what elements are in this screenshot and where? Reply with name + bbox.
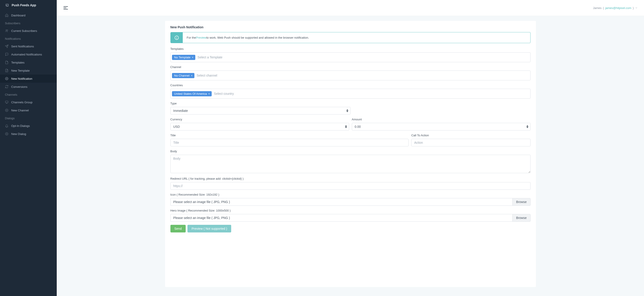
redirect-input[interactable] <box>170 182 530 190</box>
channel-select[interactable]: No Channel × Select channel <box>170 71 530 80</box>
nav-dashboard[interactable]: Dashboard <box>0 11 57 19</box>
nav-opt-in-dialogs[interactable]: Opt-In Dialogs <box>0 122 57 130</box>
nav-label: Channels Group <box>11 101 32 104</box>
nav-label: New Template <box>11 69 30 72</box>
user-email-link[interactable]: james@hitpixel.com <box>605 6 632 10</box>
hero-file-text: Please select an image file ( JPG, PNG ) <box>170 214 512 222</box>
tag-no-channel: No Channel × <box>172 73 194 78</box>
svg-rect-7 <box>6 101 8 103</box>
plus-circle-icon <box>5 108 8 112</box>
label-templates: Templates <box>170 47 530 51</box>
user-menu[interactable]: James ( james@hitpixel.com ) <box>593 6 638 10</box>
label-icon: Icon ( Recommended Size: 192x192 ) <box>170 193 530 196</box>
brand[interactable]: Push Feeds App <box>0 3 57 11</box>
type-select[interactable]: Immediate <box>170 107 350 114</box>
content: New Push Notification For the Preview to… <box>57 16 644 296</box>
user-name: James <box>593 6 602 10</box>
info-icon <box>171 32 183 43</box>
nav-new-template[interactable]: New Template <box>0 66 57 75</box>
icon-browse-button[interactable]: Browse <box>512 198 530 206</box>
menu-toggle-button[interactable] <box>63 5 68 11</box>
nav-automated-notifications[interactable]: Automated Notifications <box>0 50 57 58</box>
label-countries: Countries <box>170 84 530 87</box>
nav-label: Dashboard <box>11 14 26 17</box>
nav-heading-notifications: Notifications <box>0 35 57 42</box>
nav-label: New Dialog <box>11 132 26 136</box>
nav-current-subscribers[interactable]: Current Subscribers <box>0 27 57 35</box>
nav-sent-notifications[interactable]: Sent Notifications <box>0 42 57 50</box>
tag-country-usa: United States Of America × <box>172 91 212 96</box>
svg-point-1 <box>7 30 8 31</box>
topbar: James ( james@hitpixel.com ) <box>57 0 644 16</box>
remove-tag-button[interactable]: × <box>191 74 192 77</box>
channel-placeholder: Select channel <box>196 74 217 77</box>
nav-label: Automated Notifications <box>11 53 42 56</box>
bell-icon <box>5 124 8 127</box>
send-button[interactable]: Send <box>170 225 186 232</box>
nav-channels-group[interactable]: Channels Group <box>0 98 57 106</box>
chevron-down-icon <box>635 7 638 9</box>
nav-label: Opt-In Dialogs <box>11 124 30 127</box>
label-hero: Hero Image ( Recommended Size: 1000x500 … <box>170 209 530 212</box>
cast-icon <box>5 3 9 7</box>
body-textarea[interactable] <box>170 155 530 173</box>
file-plus-icon <box>5 69 8 72</box>
info-alert: For the Preview to work, Web Push should… <box>170 32 530 43</box>
label-title: Title <box>170 134 409 137</box>
nav-new-notification[interactable]: New Notification <box>0 75 57 83</box>
remove-tag-button[interactable]: × <box>192 56 194 59</box>
currency-select[interactable]: USD <box>170 123 349 130</box>
nav-label: Templates <box>11 61 24 64</box>
label-amount: Amount <box>352 118 530 121</box>
nav-label: Sent Notifications <box>11 45 34 48</box>
nav-conversions[interactable]: Conversions <box>0 83 57 91</box>
nav-heading-channels: Channels <box>0 91 57 98</box>
plus-circle-icon <box>5 77 8 80</box>
remove-tag-button[interactable]: × <box>208 92 210 95</box>
page-title: New Push Notification <box>170 24 530 32</box>
hero-browse-button[interactable]: Browse <box>512 214 530 222</box>
main: James ( james@hitpixel.com ) New Push No… <box>57 0 644 296</box>
send-icon <box>5 45 8 48</box>
label-body: Body <box>170 150 530 153</box>
countries-select[interactable]: United States Of America × Select countr… <box>170 89 530 99</box>
label-redirect: Redirect URL ( for tracking, please add:… <box>170 177 530 180</box>
title-input[interactable] <box>170 139 409 146</box>
cta-input[interactable] <box>411 139 530 146</box>
chat-icon <box>5 53 8 56</box>
icon-file-text: Please select an image file ( JPG, PNG ) <box>170 198 512 206</box>
home-icon <box>5 14 8 17</box>
nav-new-channel[interactable]: New Channel <box>0 106 57 114</box>
preview-button[interactable]: Preview ( Not supported ) <box>188 225 231 232</box>
nav-heading-subscribers: Subscribers <box>0 19 57 27</box>
users-icon <box>5 29 8 33</box>
nav-label: Current Subscribers <box>11 29 37 33</box>
tag-no-template: No Template × <box>172 55 195 60</box>
alert-text: For the Preview to work, Web Push should… <box>183 32 530 43</box>
label-type: Type <box>170 102 530 105</box>
plus-circle-icon <box>5 132 8 136</box>
brand-title: Push Feeds App <box>12 3 36 7</box>
sidebar: Push Feeds App Dashboard Subscribers Cur… <box>0 0 57 296</box>
nav-label: New Notification <box>11 77 32 80</box>
svg-point-21 <box>176 37 177 37</box>
label-currency: Currency <box>170 118 349 121</box>
nav-label: New Channel <box>11 109 29 112</box>
nav-new-dialog[interactable]: New Dialog <box>0 130 57 138</box>
form-card: New Push Notification For the Preview to… <box>165 21 536 287</box>
countries-placeholder: Select country <box>213 92 234 95</box>
svg-point-0 <box>6 30 7 31</box>
file-icon <box>5 61 8 64</box>
monitor-icon <box>5 100 8 104</box>
nav-templates[interactable]: Templates <box>0 58 57 66</box>
alert-preview-link[interactable]: Preview <box>196 36 206 39</box>
nav-label: Conversions <box>11 85 27 88</box>
nav-heading-dialogs: Dialogs <box>0 114 57 122</box>
templates-select[interactable]: No Template × Select a Template <box>170 52 530 62</box>
label-channel: Channel <box>170 65 530 69</box>
label-cta: Call To Action <box>411 134 530 137</box>
refresh-icon <box>5 85 8 88</box>
amount-select[interactable]: 0.00 <box>352 123 530 130</box>
templates-placeholder: Select a Template <box>197 56 222 59</box>
